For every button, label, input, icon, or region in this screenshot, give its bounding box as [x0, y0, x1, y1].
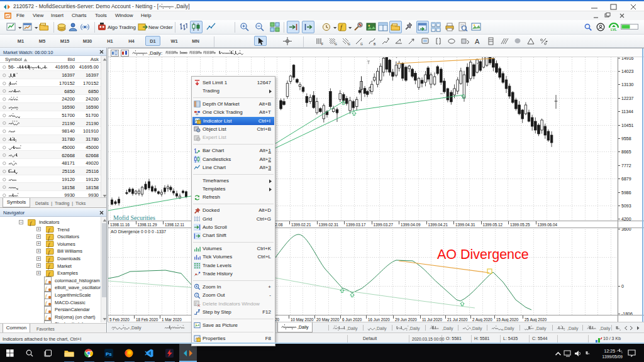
svg-text:29 Jun 2020: 29 Jun 2020 [395, 317, 417, 322]
svg-text:LVL: LVL [611, 28, 618, 31]
svg-text:1399.04.31: 1399.04.31 [455, 222, 475, 227]
svg-text:1 Mar 2020: 1 Mar 2020 [162, 317, 182, 322]
svg-text:1399.04.09: 1399.04.09 [401, 222, 421, 227]
svg-text:11344: 11344 [621, 109, 633, 114]
svg-text:1399.02.31: 1399.02.31 [319, 222, 339, 227]
svg-text:F: F [321, 42, 323, 46]
svg-text:1398.11.16: 1398.11.16 [110, 222, 130, 227]
svg-text:B: B [374, 42, 376, 46]
svg-text:1399.05.25: 1399.05.25 [510, 222, 530, 227]
svg-text:12237: 12237 [621, 96, 634, 101]
svg-text:1399.03.27: 1399.03.27 [374, 222, 394, 227]
svg-text:5 Feb 2020: 5 Feb 2020 [109, 317, 130, 322]
svg-text:6 Jun 2020: 6 Jun 2020 [342, 317, 362, 322]
svg-text:14916: 14916 [621, 57, 634, 60]
svg-text:1399.05.12: 1399.05.12 [483, 222, 503, 227]
svg-text:14023: 14023 [621, 69, 634, 74]
svg-text:AO Divergence: AO Divergence [437, 247, 529, 262]
svg-text:13130: 13130 [621, 82, 634, 87]
svg-text:1398.11.29: 1398.11.29 [138, 222, 158, 227]
svg-text:5093: 5093 [621, 204, 631, 208]
svg-text:9558: 9558 [621, 136, 631, 141]
svg-text:18 Feb 2020: 18 Feb 2020 [136, 317, 158, 322]
svg-text:AO Divergence 0 0 0 0 -1337: AO Divergence 0 0 0 0 -1337 [111, 229, 166, 234]
svg-text:1399.03.17: 1399.03.17 [346, 222, 366, 227]
svg-text:1399.02.21: 1399.02.21 [291, 222, 311, 227]
svg-text:3600: 3600 [621, 227, 631, 231]
svg-text:21 Jul 2020: 21 Jul 2020 [447, 317, 468, 322]
svg-text:10451: 10451 [621, 123, 634, 128]
svg-text:G: G [360, 42, 363, 46]
svg-text:0: 0 [621, 284, 624, 288]
svg-text:6879: 6879 [621, 177, 631, 181]
svg-text:A: A [475, 38, 480, 45]
svg-text:5986: 5986 [621, 190, 631, 195]
svg-text:1398.12.11: 1398.12.11 [165, 222, 185, 227]
svg-text:1399.04.21: 1399.04.21 [428, 222, 448, 227]
svg-text:16 Jun 2020: 16 Jun 2020 [368, 317, 390, 322]
svg-text:G: G [348, 42, 350, 46]
svg-text:Mofid Securities: Mofid Securities [113, 214, 155, 221]
svg-text:G: G [335, 42, 337, 46]
svg-text:11 Jul 2020: 11 Jul 2020 [422, 317, 443, 322]
svg-text:1399.06.04: 1399.06.04 [538, 222, 558, 227]
svg-text:7772: 7772 [621, 163, 631, 168]
svg-text:Ps: Ps [106, 351, 112, 357]
svg-text:8665: 8665 [621, 150, 631, 154]
